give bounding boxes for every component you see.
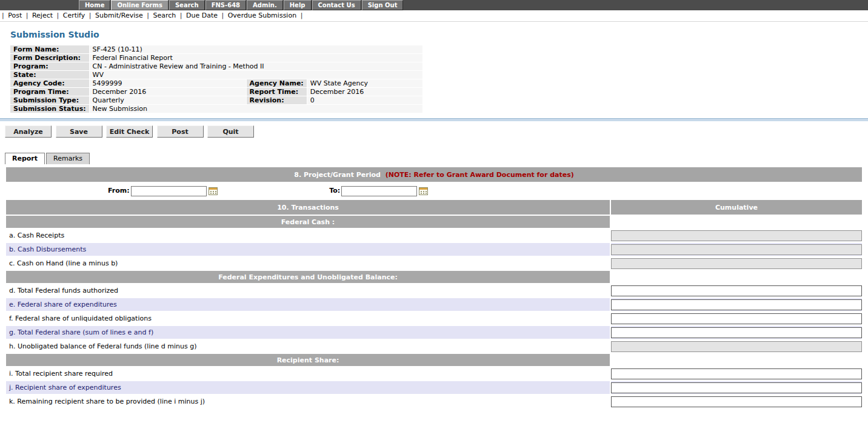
menu-submit-revise[interactable]: Submit/Revise [95, 12, 143, 19]
cumulative-header: Cumulative [611, 200, 862, 215]
recipient-share-expenditures-input[interactable] [611, 382, 862, 393]
form-name-label: Form Name: [10, 45, 89, 53]
state-value: WV [90, 71, 422, 79]
report-time-label: Report Time: [247, 88, 307, 96]
menu-certify[interactable]: Certify [63, 12, 85, 19]
from-label: From: [108, 187, 130, 195]
agency-code-value: 5499999 [90, 79, 246, 87]
program-time-value: December 2016 [90, 88, 246, 96]
total-federal-share-input[interactable] [611, 327, 862, 338]
table-row: h. Unobligated balance of Federal funds … [6, 340, 862, 353]
page-title: Submission Studio [10, 30, 868, 39]
nav-fns-648[interactable]: FNS-648 [205, 0, 246, 10]
quit-button[interactable]: Quit [207, 125, 254, 138]
federal-share-unliquidated-input[interactable] [611, 313, 862, 324]
table-row: f. Federal share of unliquidated obligat… [6, 312, 862, 325]
section-header-row: Recipient Share: [6, 354, 862, 366]
total-recipient-share-required-input[interactable] [611, 368, 862, 379]
report-table: 8. Project/Grant Period (NOTE: Refer to … [5, 166, 863, 409]
period-header-row: 8. Project/Grant Period (NOTE: Refer to … [6, 167, 862, 182]
table-row: e. Federal share of expenditures [6, 298, 862, 311]
row-label-recipient-share-expenditures: j. Recipient share of expenditures [6, 381, 610, 394]
analyze-button[interactable]: Analyze [5, 125, 52, 138]
top-navigation: Home Online Forms Search FNS-648 Admin. … [0, 0, 868, 10]
tab-strip: Report Remarks [5, 153, 868, 164]
from-calendar-icon[interactable] [209, 187, 218, 196]
menubar-divider: | [89, 12, 92, 19]
section-divider [0, 118, 868, 121]
row-label-cash-on-hand: c. Cash on Hand (line a minus b) [6, 257, 610, 270]
info-row: Program Time: December 2016 Report Time:… [10, 88, 422, 96]
menu-search[interactable]: Search [153, 12, 176, 19]
remaining-recipient-share-input[interactable] [611, 396, 862, 407]
nav-online-forms[interactable]: Online Forms [111, 0, 168, 10]
menu-overdue-submission[interactable]: Overdue Submission [228, 12, 296, 19]
menubar-divider: | [221, 12, 224, 19]
table-row: j. Recipient share of expenditures [6, 381, 862, 394]
nav-home[interactable]: Home [79, 0, 110, 10]
menu-reject[interactable]: Reject [32, 12, 53, 19]
table-row: c. Cash on Hand (line a minus b) [6, 257, 862, 270]
program-value: CN - Administrative Review and Training … [90, 62, 422, 70]
transactions-header-row: 10. Transactions Cumulative [6, 200, 862, 215]
program-label: Program: [10, 62, 89, 70]
row-label-unliquidated-obligations: f. Federal share of unliquidated obligat… [6, 312, 610, 325]
program-time-label: Program Time: [10, 88, 89, 96]
table-row: a. Cash Receipts [6, 229, 862, 242]
info-row: Form Description: Federal Financial Repo… [10, 54, 422, 62]
menubar-divider: | [147, 12, 149, 19]
tab-report[interactable]: Report [5, 153, 45, 164]
row-label-unobligated-balance: h. Unobligated balance of Federal funds … [6, 340, 610, 353]
menu-due-date[interactable]: Due Date [186, 12, 218, 19]
federal-share-expenditures-input[interactable] [611, 299, 862, 310]
nav-search[interactable]: Search [169, 0, 205, 10]
from-date-input[interactable] [131, 186, 207, 196]
unobligated-balance-input [611, 341, 862, 352]
info-row: Form Name: SF-425 (10-11) [10, 45, 422, 53]
period-header-text: 8. Project/Grant Period [294, 171, 381, 179]
menubar-divider: | [2, 12, 4, 19]
form-info-table: Form Name: SF-425 (10-11) Form Descripti… [10, 45, 423, 113]
nav-admin[interactable]: Admin. [247, 0, 283, 10]
table-row: b. Cash Disbursements [6, 243, 862, 256]
post-button[interactable]: Post [157, 125, 204, 138]
section-header-recipient-share: Recipient Share: [6, 354, 610, 366]
row-label-cash-disbursements: b. Cash Disbursements [6, 243, 610, 256]
info-row: Submission Type: Quarterly Revision: 0 [10, 96, 422, 104]
nav-contact-us[interactable]: Contact Us [312, 0, 361, 10]
period-inputs-row: From: To: [6, 183, 862, 199]
form-description-label: Form Description: [10, 54, 89, 62]
save-button[interactable]: Save [56, 125, 102, 138]
menu-post[interactable]: Post [8, 12, 22, 19]
transactions-header: 10. Transactions [6, 200, 610, 215]
tab-remarks[interactable]: Remarks [46, 153, 90, 164]
section-header-federal-expenditures: Federal Expenditures and Unobligated Bal… [6, 271, 610, 283]
table-row: d. Total Federal funds authorized [6, 284, 862, 297]
total-federal-funds-authorized-input[interactable] [611, 285, 862, 296]
to-date-input[interactable] [341, 186, 417, 196]
info-row: State: WV [10, 71, 422, 79]
cash-disbursements-input [611, 244, 862, 255]
cash-on-hand-input [611, 258, 862, 269]
period-note: (NOTE: Refer to Grant Award Document for… [386, 171, 574, 179]
menubar-divider: | [26, 12, 28, 19]
info-row: Agency Code: 5499999 Agency Name: WV Sta… [10, 79, 422, 87]
nav-help[interactable]: Help [284, 0, 312, 10]
menubar-divider: | [180, 12, 182, 19]
blank-cell [611, 216, 862, 228]
submission-type-label: Submission Type: [10, 96, 89, 104]
to-label: To: [329, 187, 340, 195]
agency-name-value: WV State Agency [307, 79, 422, 87]
row-label-funds-authorized: d. Total Federal funds authorized [6, 284, 610, 297]
nav-sign-out[interactable]: Sign Out [362, 0, 404, 10]
state-label: State: [10, 71, 89, 79]
table-row: k. Remaining recipient share to be provi… [6, 395, 862, 408]
form-name-value: SF-425 (10-11) [90, 45, 422, 53]
to-calendar-icon[interactable] [419, 187, 429, 196]
table-row: i. Total recipient share required [6, 367, 862, 380]
report-time-value: December 2016 [307, 88, 422, 96]
edit-check-button[interactable]: Edit Check [106, 125, 153, 138]
row-label-recipient-share-required: i. Total recipient share required [6, 367, 610, 380]
revision-label: Revision: [247, 96, 307, 104]
section-header-row: Federal Cash : [6, 216, 862, 228]
